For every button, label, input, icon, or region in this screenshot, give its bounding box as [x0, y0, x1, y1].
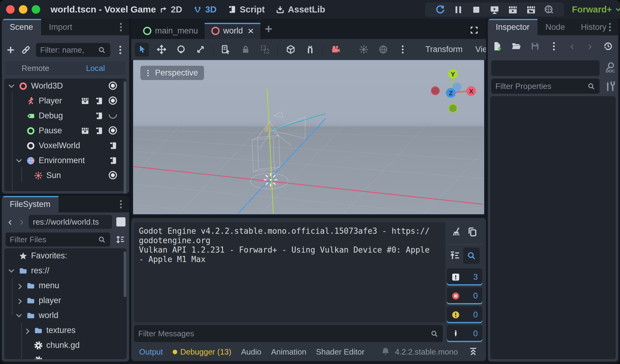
filesystem-tree-row[interactable] — [4, 353, 127, 359]
attached-script-icon[interactable] — [95, 111, 104, 120]
instantiate-scene-button[interactable] — [21, 45, 31, 55]
messages-counter[interactable]: 3 — [447, 268, 482, 285]
select-list-tool[interactable] — [219, 43, 233, 57]
stop-button[interactable] — [471, 5, 481, 15]
history-forward-button[interactable]: › — [17, 216, 26, 228]
viewport-options-menu[interactable] — [396, 43, 410, 57]
save-resource-button[interactable] — [530, 41, 540, 51]
expand-bottom-panel-icon[interactable] — [468, 347, 478, 357]
workspace-script[interactable]: Script — [227, 5, 265, 15]
scene-tree-row[interactable]: Player — [4, 93, 127, 108]
filesystem-tree-row[interactable]: textures — [4, 323, 127, 338]
filesystem-tree-row[interactable]: chunk.gd — [4, 338, 127, 353]
tab-import[interactable]: Import — [41, 19, 80, 35]
movie-maker-button[interactable] — [544, 5, 554, 15]
bottom-tab-shader-editor[interactable]: Shader Editor — [316, 347, 365, 357]
preview-sunlight-toggle[interactable] — [357, 43, 371, 57]
renderer-select[interactable]: Forward+ — [572, 0, 620, 19]
lock-selected-node-tool[interactable] — [238, 43, 252, 57]
scene-tab-world[interactable]: world × — [205, 23, 260, 39]
scene-tree-row[interactable]: World3D — [4, 79, 127, 93]
filesystem-tree-row[interactable]: player — [4, 293, 127, 308]
group-selected-node-tool[interactable] — [258, 43, 272, 57]
scene-panel-menu-icon[interactable] — [116, 22, 126, 32]
inspector-panel-menu-icon[interactable] — [605, 22, 615, 32]
tab-filesystem[interactable]: FileSystem — [2, 196, 58, 212]
sort-files-button[interactable] — [115, 234, 125, 245]
toggle-split-mode-button[interactable] — [116, 217, 125, 226]
chevron-right-icon[interactable] — [16, 284, 22, 289]
view-menu[interactable]: View — [472, 45, 486, 54]
reload-project-button[interactable] — [435, 5, 445, 15]
chevron-right-icon[interactable] — [24, 328, 29, 334]
new-resource-button[interactable] — [492, 41, 502, 51]
tab-inspector[interactable]: Inspector — [488, 19, 537, 35]
filesystem-tree-row[interactable]: world — [4, 308, 127, 323]
use-local-space-toggle[interactable] — [284, 43, 298, 57]
scene-tree-row[interactable]: Pause — [4, 123, 127, 138]
editor-log-counter[interactable]: 0 — [447, 325, 482, 342]
filesystem-scrollbar[interactable] — [124, 251, 126, 297]
preview-cinematic-camera-toggle[interactable] — [329, 43, 343, 57]
resource-name-field[interactable] — [491, 60, 600, 76]
search-log-button[interactable] — [463, 247, 480, 264]
scene-filter-input[interactable] — [40, 45, 95, 55]
current-path-input[interactable] — [33, 217, 108, 227]
scene-tree-row[interactable]: Environment — [4, 153, 127, 168]
property-tools-icon[interactable] — [604, 80, 616, 92]
warnings-counter[interactable]: 0 — [447, 306, 482, 323]
scene-tree-row[interactable]: VoxelWorld — [4, 138, 127, 153]
open-documentation-icon[interactable]: DOC — [604, 61, 616, 74]
load-resource-button[interactable] — [511, 41, 521, 51]
add-node-button[interactable] — [5, 45, 16, 55]
workspace-assetlib[interactable]: AssetLib — [276, 5, 325, 15]
scene-tree-row[interactable]: Debug — [4, 108, 127, 123]
inspector-history-button[interactable] — [603, 41, 613, 51]
bottom-tab-output[interactable]: Output — [139, 347, 163, 357]
distraction-free-mode-icon[interactable] — [469, 25, 479, 35]
chevron-down-icon[interactable] — [16, 312, 22, 317]
view-orientation-gizmo[interactable]: Y X Z — [431, 69, 476, 112]
tab-node[interactable]: Node — [537, 19, 573, 35]
local-toggle[interactable]: Local — [65, 61, 125, 75]
play-custom-scene-button[interactable] — [526, 5, 536, 15]
remote-toggle[interactable]: Remote — [5, 61, 65, 75]
use-snap-toggle[interactable] — [303, 43, 317, 57]
inspector-forward-button[interactable]: › — [585, 40, 594, 52]
filesystem-tree-row[interactable]: res:// — [4, 263, 127, 278]
play-scene-button[interactable] — [508, 5, 518, 15]
rotate-tool[interactable] — [174, 43, 188, 57]
scene-tree-options-icon[interactable] — [115, 45, 125, 55]
move-tool[interactable] — [154, 43, 168, 57]
new-scene-tab-button[interactable] — [263, 24, 274, 34]
chevron-right-icon[interactable] — [16, 299, 22, 304]
visibility-eye-icon[interactable] — [109, 126, 118, 135]
chevron-down-icon[interactable] — [16, 157, 22, 162]
attached-script-icon[interactable] — [109, 156, 118, 165]
visibility-eye-icon[interactable] — [109, 171, 118, 180]
workspace-3d[interactable]: 3D — [193, 5, 217, 15]
filesystem-tree-row[interactable]: Favorites: — [4, 248, 127, 263]
attached-script-icon[interactable] — [95, 126, 104, 135]
perspective-menu[interactable]: Perspective — [140, 66, 204, 80]
minimize-window-button[interactable] — [19, 5, 27, 14]
scene-instance-icon[interactable] — [81, 126, 90, 135]
chevron-down-icon[interactable] — [9, 82, 14, 88]
visibility-eye-closed-icon[interactable] — [109, 111, 118, 120]
file-filter-input[interactable] — [10, 235, 95, 244]
collapse-log-button[interactable] — [449, 250, 460, 261]
zoom-window-button[interactable] — [32, 5, 40, 14]
visibility-eye-icon[interactable] — [109, 82, 118, 90]
output-log[interactable]: Godot Engine v4.2.2.stable.mono.official… — [134, 222, 446, 323]
close-icon[interactable]: × — [248, 25, 254, 37]
notifications-bell-icon[interactable] — [380, 346, 391, 357]
pause-button[interactable] — [453, 5, 463, 15]
errors-counter[interactable]: 0 — [447, 287, 482, 304]
scene-instance-icon[interactable] — [81, 96, 90, 105]
select-tool[interactable] — [135, 43, 149, 57]
copy-log-button[interactable] — [467, 226, 478, 237]
inspector-back-button[interactable]: ‹ — [568, 40, 577, 52]
bottom-tab-animation[interactable]: Animation — [271, 347, 306, 357]
chevron-down-icon[interactable] — [9, 267, 14, 272]
scene-tree-scrollbar[interactable] — [124, 81, 126, 194]
